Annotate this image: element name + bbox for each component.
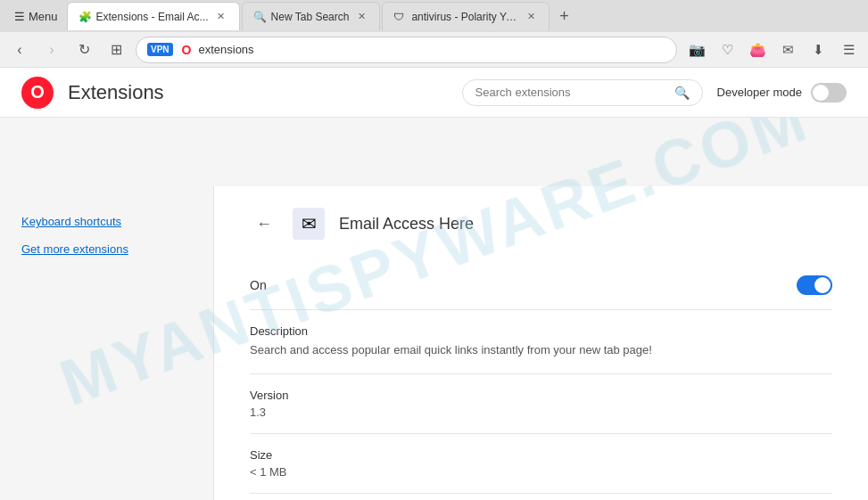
tab-bar: ☰ Menu 🧩 Extensions - Email Ac... ✕ 🔍 Ne… — [0, 0, 868, 32]
toolbar-icons: 📷 ♡ 👛 ✉ ⬇ ☰ — [684, 37, 861, 62]
developer-mode-label: Developer mode — [717, 86, 802, 99]
opera-logo-text: O — [30, 82, 45, 102]
settings-icon[interactable]: ☰ — [836, 37, 861, 62]
mail-icon[interactable]: ✉ — [775, 37, 800, 62]
extension-name: Email Access Here — [339, 215, 474, 234]
detail-header: ← ✉ Email Access Here — [250, 208, 832, 240]
refresh-button[interactable]: ↻ — [71, 37, 96, 62]
tab-favicon-newtab: 🔍 — [253, 11, 266, 23]
menu-button[interactable]: ☰ Menu — [7, 6, 65, 27]
size-section: Size < 1 MB — [250, 434, 832, 494]
version-value: 1.3 — [250, 406, 832, 419]
extension-icon: ✉ — [293, 208, 325, 240]
sidebar-item-get-more-extensions[interactable]: Get more extensions — [0, 235, 213, 263]
content-area: Keyboard shortcuts Get more extensions ←… — [0, 186, 868, 500]
opera-logo: O — [21, 77, 54, 109]
tab-favicon-antivirus: 🛡 — [393, 11, 406, 23]
extension-icon-symbol: ✉ — [302, 213, 317, 234]
tab-close-antivirus[interactable]: ✕ — [524, 10, 538, 24]
on-label: On — [250, 278, 267, 292]
description-label: Description — [250, 324, 832, 338]
description-section: Description Search and access popular em… — [250, 310, 832, 374]
developer-mode-section: Developer mode — [717, 83, 847, 102]
on-row: On — [250, 261, 832, 310]
size-label: Size — [250, 448, 832, 462]
tab-close-extensions[interactable]: ✕ — [214, 10, 228, 24]
wallet-icon[interactable]: 👛 — [745, 37, 770, 62]
toolbar: ‹ › ↻ ⊞ VPN O extensions 📷 ♡ 👛 ✉ ⬇ ☰ — [0, 32, 868, 68]
tab-label-extensions: Extensions - Email Ac... — [96, 11, 209, 23]
developer-mode-toggle[interactable] — [811, 83, 847, 102]
forward-button[interactable]: › — [39, 37, 64, 62]
menu-label: Menu — [29, 10, 58, 23]
extension-detail: ← ✉ Email Access Here On Description Sea… — [214, 186, 868, 500]
tab-new-tab-search[interactable]: 🔍 New Tab Search ✕ — [242, 2, 381, 30]
tab-label-antivirus: antivirus - Polarity Ya... — [411, 11, 518, 23]
search-box[interactable]: 🔍 — [462, 79, 703, 106]
download-icon[interactable]: ⬇ — [806, 37, 831, 62]
vpn-badge: VPN — [147, 43, 173, 56]
address-bar[interactable]: VPN O extensions — [136, 37, 677, 63]
search-icon: 🔍 — [674, 86, 690, 100]
extension-enabled-toggle[interactable] — [797, 275, 832, 295]
search-input[interactable] — [475, 86, 667, 99]
version-section: Version 1.3 — [250, 374, 832, 434]
camera-icon[interactable]: 📷 — [684, 37, 709, 62]
new-tab-button[interactable]: + — [551, 4, 576, 29]
description-value: Search and access popular email quick li… — [250, 341, 832, 359]
address-text: extensions — [198, 43, 253, 56]
sidebar-item-keyboard-shortcuts[interactable]: Keyboard shortcuts — [0, 208, 213, 235]
opera-icon-small: O — [182, 43, 192, 57]
tab-favicon-extensions: 🧩 — [79, 11, 91, 23]
permissions-section: Permissions Read your browsing history — [250, 494, 832, 501]
main-content: ← ✉ Email Access Here On Description Sea… — [214, 186, 868, 500]
sidebar: Keyboard shortcuts Get more extensions — [0, 186, 214, 500]
back-to-extensions-button[interactable]: ← — [250, 209, 278, 238]
extensions-title: Extensions — [68, 81, 164, 104]
size-value: < 1 MB — [250, 465, 832, 479]
tab-close-newtab[interactable]: ✕ — [354, 10, 368, 24]
tab-label-newtab: New Tab Search — [271, 11, 350, 23]
toggle-knob — [813, 85, 829, 101]
tab-extensions[interactable]: 🧩 Extensions - Email Ac... ✕ — [67, 2, 240, 30]
back-button[interactable]: ‹ — [7, 37, 32, 62]
tab-antivirus[interactable]: 🛡 antivirus - Polarity Ya... ✕ — [382, 2, 550, 30]
menu-icon: ☰ — [14, 10, 25, 23]
extensions-grid-button[interactable]: ⊞ — [103, 37, 128, 62]
version-label: Version — [250, 389, 832, 402]
extensions-header: O Extensions 🔍 Developer mode — [0, 68, 868, 118]
toggle-on-knob — [814, 277, 831, 293]
heart-icon[interactable]: ♡ — [715, 37, 740, 62]
